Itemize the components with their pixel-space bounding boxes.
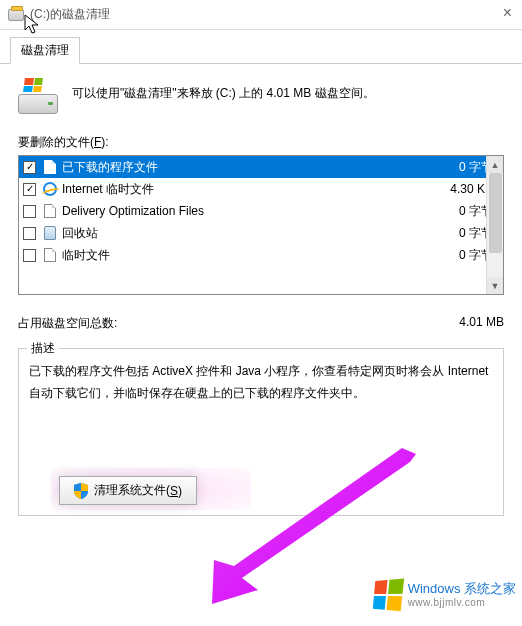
file-row[interactable]: Delivery Optimization Files0 字节 (19, 200, 503, 222)
scrollbar[interactable]: ▲ ▼ (486, 156, 503, 294)
total-label: 占用磁盘空间总数: (18, 315, 117, 332)
window-title: (C:)的磁盘清理 (30, 6, 110, 23)
checkbox[interactable] (23, 249, 36, 262)
scroll-thumb[interactable] (489, 173, 502, 253)
uac-shield-icon (74, 483, 88, 499)
bin-icon (42, 225, 58, 241)
windows-logo-icon (372, 578, 403, 611)
description-group: 描述 已下载的程序文件包括 ActiveX 控件和 Java 小程序，你查看特定… (18, 348, 504, 516)
total-row: 占用磁盘空间总数: 4.01 MB (18, 315, 504, 332)
watermark-url: www.bjjmlv.com (408, 597, 516, 609)
files-to-delete-label: 要删除的文件(F): (18, 134, 504, 151)
file-name: Delivery Optimization Files (62, 204, 419, 218)
checkbox[interactable] (23, 205, 36, 218)
watermark: Windows 系统之家 www.bjjmlv.com (372, 580, 516, 610)
file-name: Internet 临时文件 (62, 181, 419, 198)
content-area: 可以使用"磁盘清理"来释放 (C:) 上的 4.01 MB 磁盘空间。 要删除的… (0, 64, 522, 530)
description-title: 描述 (27, 340, 59, 357)
checkbox[interactable]: ✓ (23, 161, 36, 174)
page-icon (42, 159, 58, 175)
file-row[interactable]: 回收站0 字节 (19, 222, 503, 244)
tab-disk-cleanup[interactable]: 磁盘清理 (10, 37, 80, 64)
disk-cleanup-icon (18, 78, 58, 114)
intro-row: 可以使用"磁盘清理"来释放 (C:) 上的 4.01 MB 磁盘空间。 (18, 78, 504, 114)
file-list: ✓已下载的程序文件0 字节✓Internet 临时文件4.30 KBDelive… (18, 155, 504, 295)
file-name: 回收站 (62, 225, 419, 242)
clean-system-files-button[interactable]: 清理系统文件(S) (59, 476, 197, 505)
intro-text: 可以使用"磁盘清理"来释放 (C:) 上的 4.01 MB 磁盘空间。 (72, 78, 375, 103)
page-icon (42, 247, 58, 263)
file-name: 临时文件 (62, 247, 419, 264)
drive-icon (8, 7, 24, 23)
scroll-down-button[interactable]: ▼ (487, 277, 503, 294)
description-text: 已下载的程序文件包括 ActiveX 控件和 Java 小程序，你查看特定网页时… (29, 361, 493, 404)
file-row[interactable]: ✓已下载的程序文件0 字节 (19, 156, 503, 178)
titlebar: (C:)的磁盘清理 × (0, 0, 522, 30)
file-row[interactable]: ✓Internet 临时文件4.30 KB (19, 178, 503, 200)
file-row[interactable]: 临时文件0 字节 (19, 244, 503, 266)
tabstrip: 磁盘清理 (0, 30, 522, 64)
watermark-title: Windows 系统之家 (408, 581, 516, 597)
checkbox[interactable]: ✓ (23, 183, 36, 196)
page-icon (42, 203, 58, 219)
total-value: 4.01 MB (459, 315, 504, 332)
file-name: 已下载的程序文件 (62, 159, 419, 176)
checkbox[interactable] (23, 227, 36, 240)
scroll-up-button[interactable]: ▲ (487, 156, 503, 173)
close-icon[interactable]: × (503, 4, 512, 22)
ie-icon (42, 181, 58, 197)
